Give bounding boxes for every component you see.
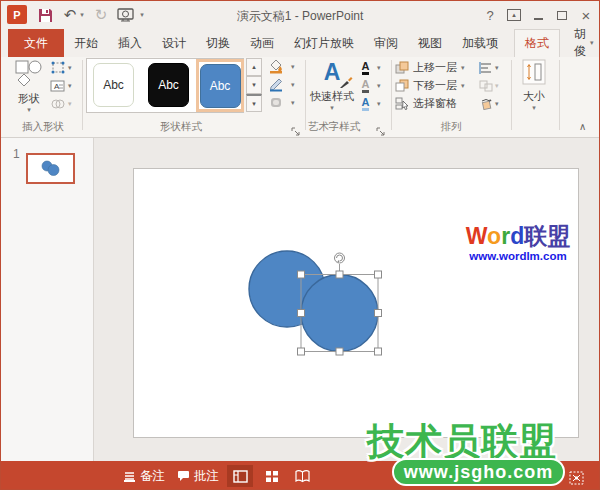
- tab-addins[interactable]: 加载项: [452, 29, 508, 57]
- shape-effects-icon[interactable]: [267, 95, 284, 110]
- selection-pane-button[interactable]: 选择窗格: [395, 96, 457, 111]
- edit-shape-dropdown-icon[interactable]: ▾: [68, 64, 72, 72]
- gallery-scroll-down-icon[interactable]: ▾: [246, 76, 262, 94]
- quick-styles-label: 快速样式: [309, 89, 355, 104]
- minimize-button[interactable]: [525, 1, 551, 29]
- group-divider: [559, 60, 560, 130]
- tab-slideshow[interactable]: 幻灯片放映: [284, 29, 364, 57]
- tab-design[interactable]: 设计: [152, 29, 196, 57]
- group-label-arrange: 排列: [411, 120, 491, 134]
- bring-forward-button[interactable]: 上移一层 ▾: [395, 60, 465, 75]
- edit-shape-icon[interactable]: [49, 60, 66, 75]
- tab-animations[interactable]: 动画: [240, 29, 284, 57]
- group-divider: [391, 60, 392, 130]
- shape-outline-dropdown-icon[interactable]: ▾: [291, 81, 295, 89]
- wordlm-logo: Word联盟 www.wordlm.com: [462, 225, 574, 263]
- jsgho-watermark-url: www.jsgho.com: [392, 458, 565, 486]
- svg-text:A: A: [54, 82, 60, 91]
- wordart-dialog-launcher-icon[interactable]: [376, 123, 386, 133]
- thumbnail-shapes-preview: [28, 155, 73, 182]
- rotate-icon[interactable]: [477, 96, 494, 111]
- normal-view-button[interactable]: [227, 465, 253, 487]
- tab-home[interactable]: 开始: [64, 29, 108, 57]
- shape-styles-dialog-launcher-icon[interactable]: [291, 123, 301, 133]
- slide-sorter-view-button[interactable]: [259, 465, 285, 487]
- bring-forward-icon: [395, 61, 409, 74]
- slide-thumbnail-selected[interactable]: [26, 153, 75, 184]
- tab-insert[interactable]: 插入: [108, 29, 152, 57]
- gallery-scroll-up-icon[interactable]: ▴: [246, 58, 262, 76]
- user-name: 胡俊: [574, 26, 586, 60]
- send-backward-dropdown-icon: ▾: [461, 82, 465, 90]
- group-label-shape-styles: 形状样式: [121, 120, 241, 134]
- notes-button[interactable]: 备注: [123, 461, 165, 490]
- shape-fill-dropdown-icon[interactable]: ▾: [291, 63, 295, 71]
- wordlm-url: www.wordlm.com: [462, 251, 574, 263]
- comments-icon: [177, 470, 190, 482]
- tab-file[interactable]: 文件: [8, 29, 64, 57]
- ribbon-display-glyph: ▴: [507, 9, 521, 21]
- shape-style-thumb-2[interactable]: Abc: [148, 63, 189, 107]
- shape-styles-gallery: Abc Abc Abc: [86, 58, 244, 113]
- size-button[interactable]: 大小 ▾: [517, 59, 551, 115]
- quick-styles-button[interactable]: A 快速样式 ▾: [309, 59, 355, 115]
- maximize-glyph: [557, 11, 567, 20]
- title-bar: P ↶ ▾ ↻ ▾ 演示文稿1 - PowerPoint ? ▴ ×: [1, 1, 599, 29]
- selection-pane-label: 选择窗格: [413, 96, 457, 111]
- rotate-dropdown-icon[interactable]: ▾: [495, 100, 499, 108]
- text-fill-dropdown-icon[interactable]: ▾: [377, 64, 381, 72]
- slide-sorter-icon: [265, 470, 279, 483]
- merge-shapes-dropdown-icon[interactable]: ▾: [68, 100, 72, 108]
- send-backward-label: 下移一层: [413, 78, 457, 93]
- merge-shapes-icon[interactable]: [49, 96, 66, 111]
- shape-style-thumb-3-selected[interactable]: Abc: [200, 64, 241, 108]
- wordlm-brand-text: Word联盟: [462, 225, 574, 248]
- group-objects-dropdown-icon[interactable]: ▾: [495, 82, 499, 90]
- user-account[interactable]: 胡俊 ▾: [568, 29, 600, 57]
- ribbon-display-options-icon[interactable]: ▴: [501, 1, 527, 29]
- shape-effects-dropdown-icon[interactable]: ▾: [291, 99, 295, 107]
- logo-letter: r: [501, 223, 510, 249]
- align-dropdown-icon[interactable]: ▾: [495, 64, 499, 72]
- close-button[interactable]: ×: [573, 1, 599, 29]
- notes-label: 备注: [140, 468, 165, 485]
- text-outline-dropdown-icon[interactable]: ▾: [377, 82, 381, 90]
- send-backward-button[interactable]: 下移一层 ▾: [395, 78, 465, 93]
- shape-style-selected-frame: Abc: [196, 59, 244, 112]
- text-effects-dropdown-icon[interactable]: ▾: [377, 100, 381, 108]
- text-outline-icon[interactable]: A: [357, 78, 374, 93]
- tab-transitions[interactable]: 切换: [196, 29, 240, 57]
- tab-view[interactable]: 视图: [408, 29, 452, 57]
- size-icon: [522, 59, 546, 85]
- tab-format-active[interactable]: 格式: [514, 29, 560, 57]
- align-icon[interactable]: [477, 60, 494, 75]
- group-label-insert-shapes: 插入形状: [7, 120, 79, 134]
- maximize-button[interactable]: [549, 1, 575, 29]
- shape-fill-icon[interactable]: [267, 59, 284, 74]
- gallery-more-icon[interactable]: ▾: [246, 94, 262, 112]
- reading-view-button[interactable]: [289, 465, 315, 487]
- help-icon[interactable]: ?: [477, 1, 503, 29]
- shape-outline-icon[interactable]: [267, 77, 284, 92]
- oval-shape-front-selected[interactable]: [301, 275, 378, 352]
- tab-review[interactable]: 审阅: [364, 29, 408, 57]
- logo-letter: W: [466, 223, 487, 249]
- shapes-button[interactable]: 形状 ▾: [9, 59, 49, 115]
- text-box-dropdown-icon[interactable]: ▾: [68, 82, 72, 90]
- user-dropdown-icon: ▾: [590, 39, 594, 47]
- shape-style-thumb-1[interactable]: Abc: [93, 63, 134, 107]
- collapse-ribbon-icon[interactable]: ∧: [579, 121, 586, 132]
- fit-slide-to-window-icon[interactable]: [563, 467, 589, 489]
- normal-view-icon: [233, 470, 248, 483]
- text-box-icon[interactable]: A: [49, 78, 66, 93]
- quick-styles-dropdown-icon: ▾: [309, 104, 355, 112]
- text-fill-icon[interactable]: A: [357, 60, 374, 75]
- shapes-dropdown-icon: ▾: [9, 106, 49, 114]
- text-effects-icon[interactable]: A: [357, 96, 374, 111]
- comments-label: 批注: [194, 468, 219, 485]
- comments-button[interactable]: 批注: [177, 461, 219, 490]
- size-dropdown-icon: ▾: [517, 104, 551, 112]
- slide-canvas[interactable]: Word联盟 www.wordlm.com: [133, 168, 579, 438]
- group-objects-icon[interactable]: [477, 78, 494, 93]
- workspace: 1: [1, 138, 600, 461]
